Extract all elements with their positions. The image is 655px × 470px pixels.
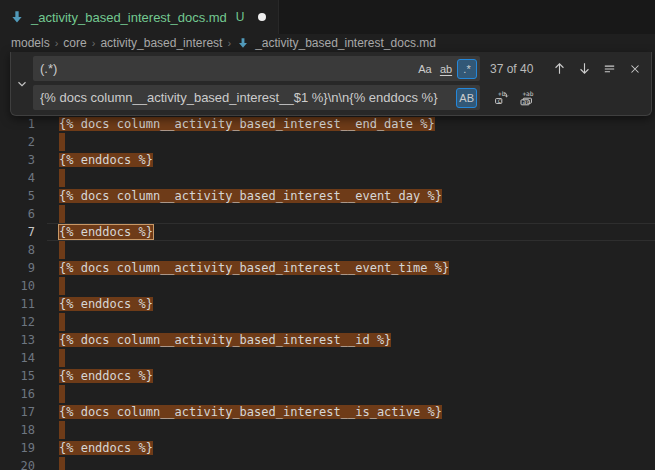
editor-line[interactable]: 10	[0, 277, 655, 295]
regex-toggle[interactable]: .*	[457, 59, 477, 79]
find-match: {% docs column__activity_based_interest_…	[59, 405, 442, 419]
match-case-toggle[interactable]: Aa	[415, 59, 435, 79]
editor-line[interactable]: 18	[0, 421, 655, 439]
line-number: 7	[0, 223, 47, 241]
line-content[interactable]	[47, 169, 65, 187]
close-icon	[628, 62, 642, 76]
find-match: {% docs column__activity_based_interest_…	[59, 117, 435, 131]
editor-line[interactable]: 17{% docs column__activity_based_interes…	[0, 403, 655, 421]
line-content[interactable]	[47, 385, 65, 403]
find-input[interactable]: (.*) Aa ab .*	[33, 56, 480, 81]
line-number: 16	[0, 385, 47, 403]
line-number: 3	[0, 151, 47, 169]
find-in-selection-button[interactable]	[599, 58, 620, 79]
chevron-right-icon: ›	[55, 37, 59, 49]
line-number: 15	[0, 367, 47, 385]
editor-line[interactable]: 12	[0, 313, 655, 331]
replace-all-button[interactable]: +ab ac	[515, 87, 536, 108]
line-number: 14	[0, 349, 47, 367]
svg-text:ac: ac	[522, 98, 530, 105]
editor-line[interactable]: 4	[0, 169, 655, 187]
line-content[interactable]: {% docs column__activity_based_interest_…	[47, 187, 442, 205]
editor-line[interactable]: 5{% docs column__activity_based_interest…	[0, 187, 655, 205]
find-match: {% enddocs %}	[59, 441, 153, 455]
find-match-empty	[59, 313, 65, 331]
editor-line[interactable]: 2	[0, 133, 655, 151]
line-content[interactable]: {% docs column__activity_based_interest_…	[47, 259, 449, 277]
line-content[interactable]: {% enddocs %}	[47, 367, 153, 385]
line-content[interactable]	[47, 277, 65, 295]
match-count: 37 of 40	[490, 62, 533, 76]
find-row: (.*) Aa ab .* 37 of 40	[33, 56, 645, 81]
svg-text:c: c	[497, 96, 501, 103]
editor-line[interactable]: 6	[0, 205, 655, 223]
line-number: 5	[0, 187, 47, 205]
editor-tab[interactable]: _activity_based_interest_docs.md U	[0, 0, 279, 34]
replace-all-icon: +ab ac	[518, 90, 534, 106]
line-content[interactable]	[47, 421, 65, 439]
line-content[interactable]	[47, 313, 65, 331]
breadcrumb-segment[interactable]: core	[63, 36, 86, 50]
tab-bar: _activity_based_interest_docs.md U	[0, 0, 655, 34]
replace-row: {% docs column__activity_based_interest_…	[33, 85, 645, 110]
dirty-indicator-icon[interactable]	[258, 13, 266, 21]
line-content[interactable]	[47, 205, 65, 223]
editor-line[interactable]: 13{% docs column__activity_based_interes…	[0, 331, 655, 349]
find-match: {% docs column__activity_based_interest_…	[59, 333, 391, 347]
arrow-down-icon	[577, 61, 592, 76]
line-content[interactable]	[47, 241, 65, 259]
chevron-right-icon: ›	[227, 37, 231, 49]
editor-line[interactable]: 8	[0, 241, 655, 259]
find-widget: (.*) Aa ab .* 37 of 40	[10, 52, 652, 116]
editor-line[interactable]: 20	[0, 457, 655, 470]
line-number: 12	[0, 313, 47, 331]
preserve-case-toggle[interactable]: AB	[456, 88, 477, 108]
line-number: 18	[0, 421, 47, 439]
editor-line[interactable]: 9{% docs column__activity_based_interest…	[0, 259, 655, 277]
line-content[interactable]: {% enddocs %}	[47, 439, 153, 457]
line-content[interactable]: {% enddocs %}	[47, 223, 153, 241]
find-match: {% enddocs %}	[59, 153, 153, 167]
breadcrumb-file[interactable]: _activity_based_interest_docs.md	[255, 36, 436, 50]
chevron-right-icon: ›	[92, 37, 96, 49]
line-content[interactable]: {% enddocs %}	[47, 295, 153, 313]
markdown-icon	[237, 37, 249, 49]
editor[interactable]: (.*) Aa ab .* 37 of 40	[0, 52, 655, 470]
tab-filename: _activity_based_interest_docs.md	[31, 10, 227, 25]
breadcrumb-segment[interactable]: activity_based_interest	[100, 36, 222, 50]
find-match-empty	[59, 349, 65, 367]
editor-line[interactable]: 3{% enddocs %}	[0, 151, 655, 169]
line-number: 10	[0, 277, 47, 295]
editor-line[interactable]: 14	[0, 349, 655, 367]
find-match-empty	[59, 277, 65, 295]
git-status-badge: U	[236, 10, 245, 24]
editor-line[interactable]: 15{% enddocs %}	[0, 367, 655, 385]
line-content[interactable]	[47, 133, 65, 151]
line-content[interactable]: {% docs column__activity_based_interest_…	[47, 403, 442, 421]
line-number: 17	[0, 403, 47, 421]
replace-button[interactable]: +b c	[490, 87, 511, 108]
breadcrumb-segment[interactable]: models	[11, 36, 50, 50]
line-content[interactable]	[47, 349, 65, 367]
whole-word-toggle[interactable]: ab	[436, 59, 456, 79]
editor-line[interactable]: 11{% enddocs %}	[0, 295, 655, 313]
line-content[interactable]: {% docs column__activity_based_interest_…	[47, 331, 391, 349]
editor-lines: 1{% docs column__activity_based_interest…	[0, 115, 655, 470]
replace-input[interactable]: {% docs column__activity_based_interest_…	[33, 85, 480, 110]
line-content[interactable]	[47, 457, 65, 470]
find-next-button[interactable]	[574, 58, 595, 79]
find-match-empty	[59, 133, 65, 151]
editor-line[interactable]: 1{% docs column__activity_based_interest…	[0, 115, 655, 133]
line-content[interactable]: {% docs column__activity_based_interest_…	[47, 115, 435, 133]
editor-line[interactable]: 16	[0, 385, 655, 403]
find-match-empty	[59, 421, 65, 439]
find-match-empty	[59, 241, 65, 259]
find-previous-button[interactable]	[549, 58, 570, 79]
find-match: {% enddocs %}	[59, 369, 153, 383]
line-number: 1	[0, 115, 47, 133]
line-content[interactable]: {% enddocs %}	[47, 151, 153, 169]
editor-line[interactable]: 7{% enddocs %}	[0, 223, 655, 241]
close-find-button[interactable]	[624, 58, 645, 79]
toggle-replace-button[interactable]	[11, 52, 33, 115]
editor-line[interactable]: 19{% enddocs %}	[0, 439, 655, 457]
